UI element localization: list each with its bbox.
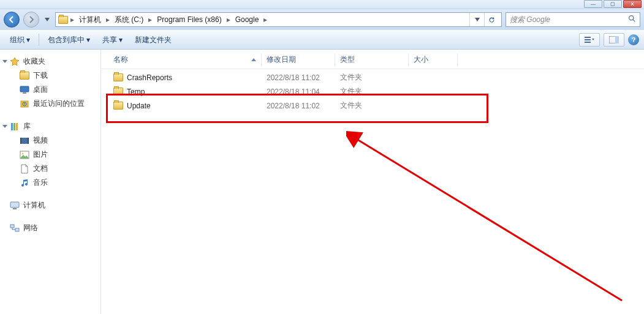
file-row[interactable]: Update 2022/8/18 11:02 文件夹 (101, 99, 644, 113)
navigation-sidebar: 收藏夹 下载 桌面 最近访问的位置 库 视频 图片 文档 音乐 计算机 (0, 50, 101, 314)
preview-pane-button[interactable] (604, 33, 624, 47)
column-header-size[interactable]: 大小 (409, 53, 458, 66)
folder-icon (113, 101, 123, 111)
breadcrumb-google[interactable]: Google (233, 14, 262, 25)
new-folder-button[interactable]: 新建文件夹 (130, 32, 176, 48)
chevron-down-icon: ▾ (119, 36, 123, 44)
sort-ascending-icon (251, 58, 256, 61)
sidebar-network-header[interactable]: 网络 (0, 221, 100, 235)
svg-rect-22 (15, 228, 19, 231)
desktop-icon (20, 85, 29, 95)
sidebar-computer-header[interactable]: 计算机 (0, 198, 100, 212)
chevron-down-icon: ▾ (26, 36, 30, 44)
expand-icon (2, 60, 7, 63)
svg-rect-7 (20, 86, 29, 92)
folder-icon (113, 87, 123, 97)
include-in-library-button[interactable]: 包含到库中▾ (43, 32, 95, 48)
svg-rect-19 (10, 202, 19, 207)
svg-point-18 (22, 152, 24, 154)
address-dropdown[interactable] (469, 12, 484, 27)
sidebar-item-pictures[interactable]: 图片 (0, 148, 100, 162)
sidebar-favorites-header[interactable]: 收藏夹 (0, 54, 100, 69)
svg-rect-15 (20, 138, 21, 144)
sidebar-item-downloads[interactable]: 下载 (0, 69, 100, 83)
sidebar-item-documents[interactable]: 文档 (0, 162, 100, 176)
svg-rect-2 (585, 37, 591, 38)
document-icon (20, 164, 29, 174)
folder-icon (113, 73, 123, 83)
svg-rect-12 (13, 123, 15, 130)
column-header-name[interactable]: 名称 (108, 53, 262, 66)
view-options-button[interactable] (579, 33, 600, 47)
svg-rect-8 (23, 92, 26, 94)
svg-point-0 (629, 16, 634, 20)
chevron-right-icon: ▸ (227, 15, 230, 24)
sidebar-item-music[interactable]: 音乐 (0, 176, 100, 190)
file-row[interactable]: CrashReports 2022/8/18 11:02 文件夹 (101, 70, 644, 84)
computer-icon (10, 201, 20, 211)
forward-button[interactable] (23, 12, 39, 28)
search-icon[interactable] (628, 15, 636, 24)
breadcrumb-drive[interactable]: 系统 (C:) (112, 13, 146, 26)
organize-button[interactable]: 组织▾ (5, 32, 35, 48)
video-icon (20, 136, 29, 146)
column-headers: 名称 修改日期 类型 大小 (101, 50, 644, 69)
music-icon (20, 178, 29, 188)
back-button[interactable] (4, 12, 20, 28)
chevron-right-icon: ▸ (148, 15, 152, 24)
folder-icon (20, 71, 29, 81)
network-icon (10, 223, 20, 233)
annotation-arrow (346, 129, 634, 313)
library-icon (10, 122, 20, 132)
column-header-date[interactable]: 修改日期 (262, 53, 335, 66)
svg-line-1 (633, 20, 635, 21)
address-bar[interactable]: ▸ 计算机 ▸ 系统 (C:) ▸ Program Files (x86) ▸ … (55, 12, 502, 27)
svg-rect-11 (11, 123, 13, 130)
svg-rect-20 (13, 208, 17, 209)
chevron-right-icon: ▸ (263, 15, 267, 24)
svg-rect-21 (10, 225, 14, 228)
svg-rect-6 (615, 36, 619, 43)
recent-icon (20, 99, 29, 109)
svg-rect-13 (16, 123, 18, 130)
window-titlebar: — ▢ X (0, 0, 644, 9)
sidebar-item-recent[interactable]: 最近访问的位置 (0, 97, 100, 111)
svg-line-23 (355, 138, 622, 301)
expand-icon (2, 125, 7, 128)
command-toolbar: 组织▾ 包含到库中▾ 共享▾ 新建文件夹 ? (0, 30, 644, 50)
svg-rect-14 (20, 138, 29, 144)
share-button[interactable]: 共享▾ (97, 32, 127, 48)
breadcrumb-program-files[interactable]: Program Files (x86) (154, 14, 224, 25)
svg-rect-3 (585, 39, 591, 40)
chevron-right-icon: ▸ (106, 15, 110, 24)
search-input[interactable]: 搜索 Google (506, 12, 640, 27)
file-row[interactable]: Temp 2022/8/18 11:04 文件夹 (101, 84, 644, 99)
star-icon (10, 57, 20, 67)
search-placeholder: 搜索 Google (510, 15, 550, 25)
svg-rect-16 (28, 138, 29, 144)
maximize-button[interactable]: ▢ (604, 0, 622, 8)
navigation-bar: ▸ 计算机 ▸ 系统 (C:) ▸ Program Files (x86) ▸ … (0, 9, 644, 30)
sidebar-libraries-header[interactable]: 库 (0, 119, 100, 133)
history-dropdown[interactable] (43, 14, 51, 25)
sidebar-item-videos[interactable]: 视频 (0, 133, 100, 148)
picture-icon (20, 150, 29, 160)
close-button[interactable]: X (623, 0, 642, 8)
file-rows: CrashReports 2022/8/18 11:02 文件夹 Temp 20… (101, 69, 644, 113)
breadcrumb-computer[interactable]: 计算机 (77, 13, 104, 26)
svg-rect-4 (585, 42, 591, 43)
sidebar-item-desktop[interactable]: 桌面 (0, 83, 100, 97)
folder-icon (58, 15, 68, 24)
chevron-down-icon: ▾ (86, 36, 90, 44)
file-list-pane: 名称 修改日期 类型 大小 CrashReports 2022/8/18 11:… (101, 50, 644, 314)
chevron-right-icon: ▸ (70, 15, 74, 24)
column-header-type[interactable]: 类型 (335, 53, 409, 66)
help-button[interactable]: ? (628, 34, 639, 45)
refresh-button[interactable] (484, 12, 499, 27)
minimize-button[interactable]: — (584, 0, 602, 8)
